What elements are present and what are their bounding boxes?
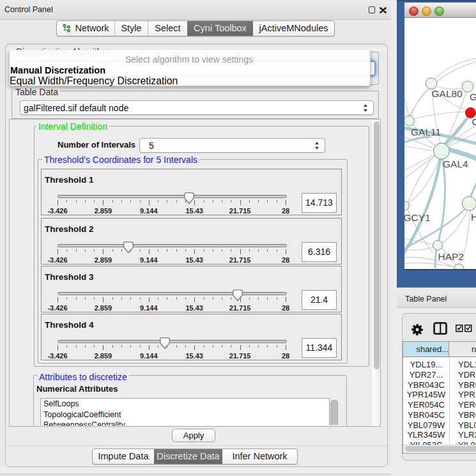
svg-text:GAL11: GAL11 bbox=[411, 127, 441, 137]
svg-text:GAL4: GAL4 bbox=[443, 158, 468, 169]
svg-text:HAP2: HAP2 bbox=[438, 251, 464, 262]
svg-text:GCY1: GCY1 bbox=[404, 212, 431, 223]
svg-text:GA: GA bbox=[470, 91, 476, 102]
svg-text:HI: HI bbox=[471, 211, 476, 222]
svg-text:CY: CY bbox=[472, 116, 476, 127]
svg-text:GAL80: GAL80 bbox=[432, 88, 463, 99]
